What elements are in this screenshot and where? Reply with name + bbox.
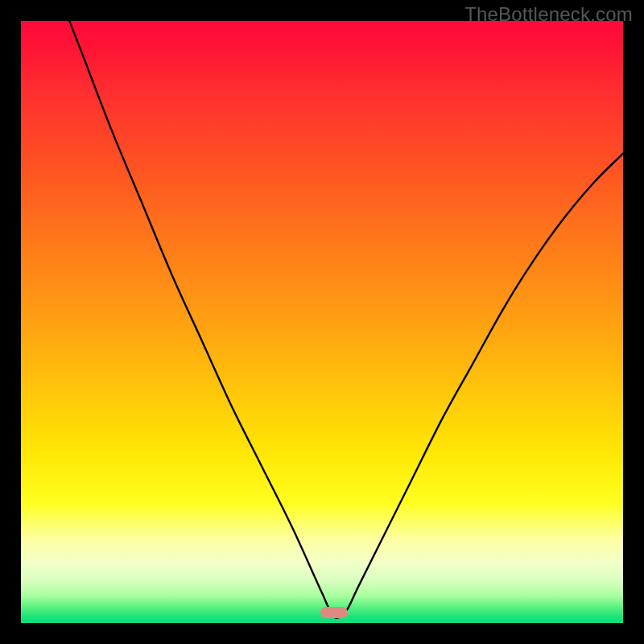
bottleneck-curve <box>21 21 623 623</box>
optimal-marker <box>320 607 348 618</box>
plot-area <box>21 21 623 623</box>
chart-root: TheBottleneck.com <box>0 0 644 644</box>
